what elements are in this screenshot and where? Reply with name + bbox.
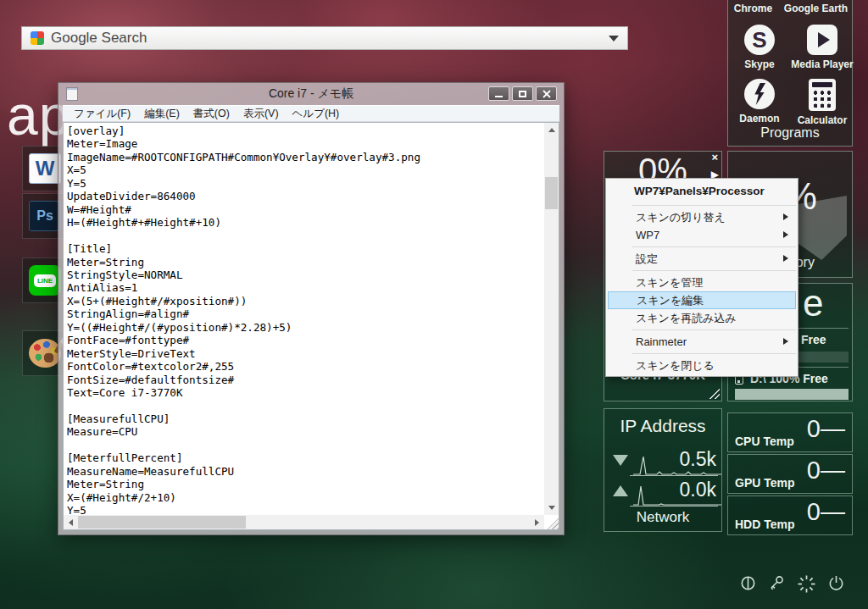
- daemon-icon: [744, 79, 775, 109]
- close-button[interactable]: [536, 86, 557, 101]
- upload-arrow-icon: [613, 485, 628, 496]
- app-label-calculator: Calculator: [798, 114, 848, 126]
- app-label-chrome[interactable]: Chrome: [734, 3, 772, 14]
- lock-key-icon[interactable]: [768, 574, 786, 592]
- network-widget-title: IP Address: [604, 416, 721, 436]
- menu-item-close-skin[interactable]: スキンを閉じる: [608, 357, 796, 374]
- app-calculator[interactable]: Calculator: [791, 74, 854, 126]
- skype-icon: S: [744, 25, 775, 55]
- menu-edit[interactable]: 編集(E): [138, 105, 186, 123]
- menu-item-wp7[interactable]: WP7: [608, 226, 796, 244]
- download-arrow-icon: [613, 455, 628, 466]
- widget-resize-grip[interactable]: [706, 385, 720, 399]
- menu-format[interactable]: 書式(O): [187, 105, 236, 123]
- menu-item-label: Rainmeter: [636, 335, 687, 348]
- cpu-temp-widget: 0— CPU Temp: [727, 412, 853, 452]
- line-icon-label: LINE: [34, 274, 56, 287]
- scroll-down-icon[interactable]: [544, 501, 559, 515]
- hdd-temp-value: 0—: [807, 498, 845, 526]
- menu-item-manage-skin[interactable]: スキンを管理: [608, 274, 796, 291]
- app-label-daemon: Daemon: [739, 113, 779, 125]
- power-widget: [739, 574, 845, 594]
- menu-separator: [632, 205, 796, 206]
- close-icon: [542, 90, 551, 98]
- maximize-button[interactable]: [512, 86, 533, 101]
- menu-item-refresh-skin[interactable]: スキンを再読み込み: [608, 309, 796, 327]
- menu-item-settings[interactable]: 設定: [608, 250, 796, 268]
- app-label-google-earth[interactable]: Google Earth: [784, 3, 848, 14]
- gpu-temp-label: GPU Temp: [735, 476, 795, 490]
- calculator-icon: [809, 79, 836, 111]
- cpu-temp-value: 0—: [807, 415, 845, 443]
- menu-separator: [632, 270, 796, 271]
- app-label-media-player: Media Player: [791, 58, 853, 70]
- notepad-menubar: ファイル(F) 編集(E) 書式(O) 表示(V) ヘルプ(H): [63, 105, 559, 122]
- restart-spinner-icon[interactable]: [797, 574, 816, 594]
- photoshop-icon: Ps: [29, 201, 61, 231]
- divider: [630, 506, 718, 507]
- submenu-arrow-icon: [783, 213, 788, 220]
- horizontal-scrollbar[interactable]: [64, 515, 544, 529]
- notepad-window: Core i7 - メモ帳 ファイル(F) 編集(E) 書式(O) 表示(V) …: [58, 82, 565, 535]
- menu-item-label: 設定: [636, 252, 658, 265]
- gpu-temp-widget: 0— GPU Temp: [727, 454, 853, 494]
- hdd-temp-widget: 0— HDD Temp: [727, 496, 853, 535]
- paint-palette-icon: [29, 339, 61, 368]
- app-skype[interactable]: S Skype: [728, 19, 791, 70]
- menu-separator: [632, 353, 796, 354]
- vertical-scrollbar[interactable]: [544, 123, 559, 515]
- word-icon: W: [29, 153, 61, 184]
- cpu-temp-label: CPU Temp: [735, 435, 794, 448]
- menu-help[interactable]: ヘルプ(H): [287, 105, 346, 123]
- standby-icon[interactable]: [739, 574, 757, 592]
- menu-item-switch-skin[interactable]: スキンの切り替え: [608, 208, 796, 226]
- horizontal-scrollbar-thumb[interactable]: [78, 516, 246, 529]
- programs-widget: Chrome Google Earth S Skype Media Player…: [727, 0, 853, 147]
- submenu-arrow-icon: [783, 231, 788, 238]
- programs-widget-title: Programs: [728, 125, 852, 141]
- menu-file[interactable]: ファイル(F): [68, 105, 136, 123]
- drive-d-usage-bar: [735, 389, 849, 400]
- menu-item-label: スキンを管理: [636, 276, 703, 289]
- rainmeter-context-menu: WP7¥Panels¥Processor スキンの切り替え WP7 設定 スキン…: [605, 178, 798, 377]
- menu-item-label: スキンを再読み込み: [636, 312, 737, 324]
- app-media-player[interactable]: Media Player: [791, 19, 854, 70]
- media-player-icon: [807, 25, 837, 55]
- gpu-temp-value: 0—: [807, 457, 845, 484]
- search-dropdown-icon[interactable]: [609, 36, 619, 42]
- drives-widget-partial-title: e: [803, 282, 823, 324]
- search-input[interactable]: Google Search: [51, 30, 602, 47]
- app-label-skype: Skype: [744, 58, 774, 70]
- notepad-titlebar[interactable]: Core i7 - メモ帳: [58, 83, 564, 105]
- download-speed-value: 0.5k: [680, 448, 716, 471]
- power-icon[interactable]: [827, 574, 845, 592]
- widget-close-icon[interactable]: ×: [711, 152, 718, 163]
- google-logo-icon: [31, 31, 44, 45]
- desktop-wallpaper: ap Google Search W Ps LINE Chrome Google…: [0, 0, 868, 609]
- google-search-bar[interactable]: Google Search: [21, 26, 628, 50]
- context-menu-header: WP7¥Panels¥Processor: [606, 180, 798, 202]
- hdd-temp-label: HDD Temp: [735, 518, 795, 531]
- scroll-left-icon[interactable]: [64, 515, 78, 529]
- divider: [630, 475, 718, 476]
- scroll-up-icon[interactable]: [544, 123, 559, 137]
- menu-view[interactable]: 表示(V): [237, 105, 285, 123]
- vertical-scrollbar-thumb[interactable]: [545, 177, 558, 209]
- submenu-arrow-icon: [783, 255, 788, 262]
- notepad-content[interactable]: [overlay] Meter=Image ImageName=#ROOTCON…: [64, 123, 544, 515]
- menu-item-label: スキンを編集: [637, 294, 704, 307]
- menu-item-rainmeter[interactable]: Rainmeter: [608, 333, 796, 351]
- menu-item-label: スキンを閉じる: [636, 359, 715, 372]
- minimize-button[interactable]: [488, 86, 509, 101]
- menu-item-edit-skin[interactable]: スキンを編集: [608, 291, 796, 309]
- scroll-right-icon[interactable]: [530, 515, 544, 529]
- window-resize-grip[interactable]: [544, 515, 559, 529]
- menu-item-label: スキンの切り替え: [636, 211, 726, 224]
- notepad-text-area[interactable]: [overlay] Meter=Image ImageName=#ROOTCON…: [64, 123, 544, 515]
- line-icon: LINE: [29, 265, 61, 296]
- network-widget: IP Address 0.5k 0.0k Network: [604, 408, 722, 532]
- drive-c-free-label: Free: [801, 333, 826, 346]
- upload-speed-value: 0.0k: [680, 479, 716, 501]
- notepad-app-icon: [66, 87, 78, 101]
- app-daemon[interactable]: Daemon: [728, 74, 791, 126]
